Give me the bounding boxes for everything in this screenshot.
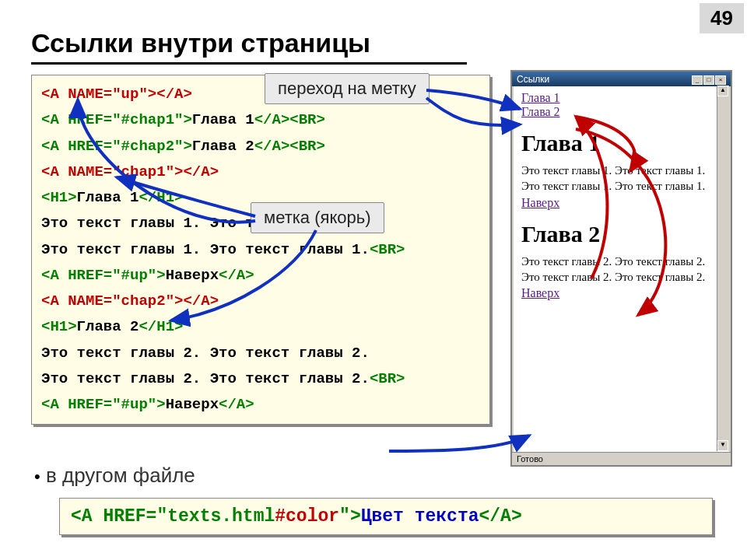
code-text: Глава 2 [192, 138, 254, 155]
browser-preview: Ссылки _□× Глава 1 Глава 2 Глава 1 Это т… [510, 70, 732, 467]
code-line: </A><BR> [254, 138, 325, 155]
code-text: Это текст главы 2. Это текст главы 2. [41, 370, 370, 387]
code-line: <A HREF="texts.html [71, 506, 275, 527]
browser-title: Ссылки [517, 74, 549, 85]
preview-heading-2: Глава 2 [521, 221, 721, 247]
close-icon[interactable]: × [715, 75, 726, 85]
preview-link-up2[interactable]: Наверх [521, 286, 559, 299]
code-text: Это текст главы 2. Это текст главы 2. [41, 345, 370, 362]
callout-anchor: метка (якорь) [251, 202, 384, 233]
browser-titlebar: Ссылки _□× [512, 72, 731, 86]
code-line: <BR> [370, 241, 405, 258]
code-line: <A NAME="up"></A> [41, 86, 192, 103]
code-line: </H1> [139, 189, 183, 206]
code-line: <A NAME="chap1"></A> [41, 163, 219, 180]
preview-link-up1[interactable]: Наверх [521, 196, 559, 209]
code-line: </A><BR> [254, 111, 325, 128]
code-block-external: <A HREF="texts.html#color">Цвет текста</… [59, 498, 713, 535]
code-line: </A> [219, 396, 254, 413]
browser-status: Готово [512, 452, 731, 465]
preview-paragraph-2: Это текст главы 2. Это текст главы 2. Эт… [521, 254, 721, 285]
bullet-other-file: • в другом файле [34, 464, 195, 488]
browser-body: Глава 1 Глава 2 Глава 1 Это текст главы … [514, 86, 729, 452]
code-text: Глава 1 [192, 111, 254, 128]
code-text: Глава 2 [77, 318, 139, 335]
code-line: <H1> [41, 189, 77, 206]
bullet-icon: • [34, 467, 40, 486]
preview-heading-1: Глава 1 [521, 130, 721, 156]
code-line: <A HREF="#chap2"> [41, 138, 192, 155]
preview-link-2[interactable]: Глава 2 [521, 105, 560, 118]
title-underline [31, 62, 467, 65]
code-line: </A> [219, 267, 254, 284]
callout-goto-anchor: переход на метку [265, 73, 430, 104]
code-line: <A HREF="#chap1"> [41, 111, 192, 128]
code-block-main: <A NAME="up"></A> <A HREF="#chap1">Глава… [31, 75, 490, 425]
code-line: </H1> [139, 318, 183, 335]
preview-paragraph-1: Это текст главы 1. Это текст главы 1. Эт… [521, 163, 721, 194]
browser-scrollbar[interactable]: ▲ ▼ [717, 86, 729, 451]
code-line: "> [339, 506, 361, 527]
code-text: Наверх [166, 396, 219, 413]
code-link-text: Цвет текста [361, 506, 479, 527]
page-number: 49 [700, 3, 744, 33]
code-line: <BR> [370, 370, 405, 387]
code-line: <A HREF="#up"> [41, 267, 166, 284]
code-text: Это текст главы 1. Это текст главы 1. [41, 241, 370, 258]
code-line: <A NAME="chap2"></A> [41, 292, 219, 310]
code-line: </A> [479, 506, 522, 527]
code-line: <A HREF="#up"> [41, 396, 166, 413]
code-text: Наверх [166, 267, 219, 284]
scroll-down-icon[interactable]: ▼ [717, 440, 728, 451]
preview-link-1[interactable]: Глава 1 [521, 91, 560, 104]
scroll-up-icon[interactable]: ▲ [717, 86, 728, 96]
window-controls: _□× [691, 73, 726, 85]
code-line: <H1> [41, 318, 77, 335]
code-anchor: #color [275, 506, 339, 527]
minimize-icon[interactable]: _ [692, 75, 703, 85]
page-title: Ссылки внутри страницы [31, 28, 370, 58]
maximize-icon[interactable]: □ [703, 75, 714, 85]
code-text: Глава 1 [77, 189, 139, 206]
bullet-text: в другом файле [46, 464, 195, 487]
